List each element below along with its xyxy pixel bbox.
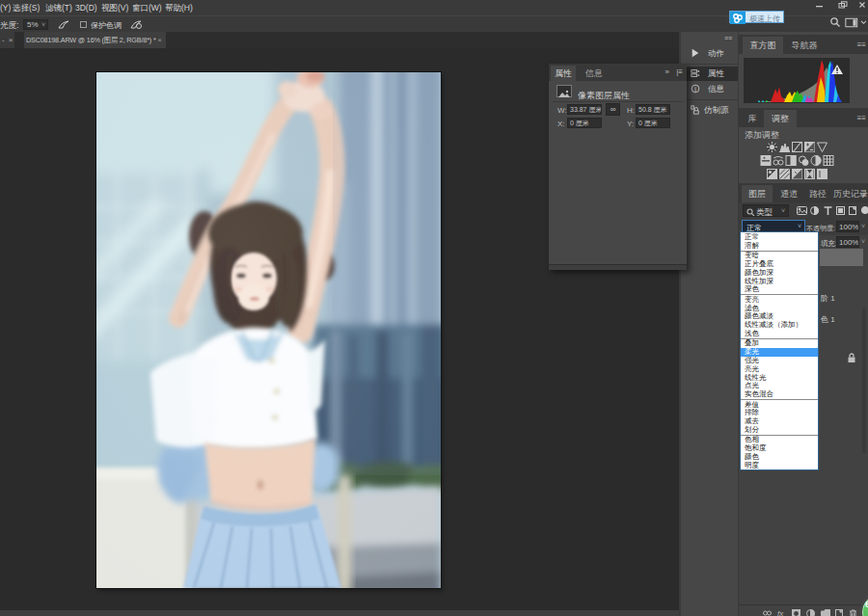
svg-text:fx: fx (777, 609, 784, 616)
svg-text:i: i (694, 86, 696, 93)
